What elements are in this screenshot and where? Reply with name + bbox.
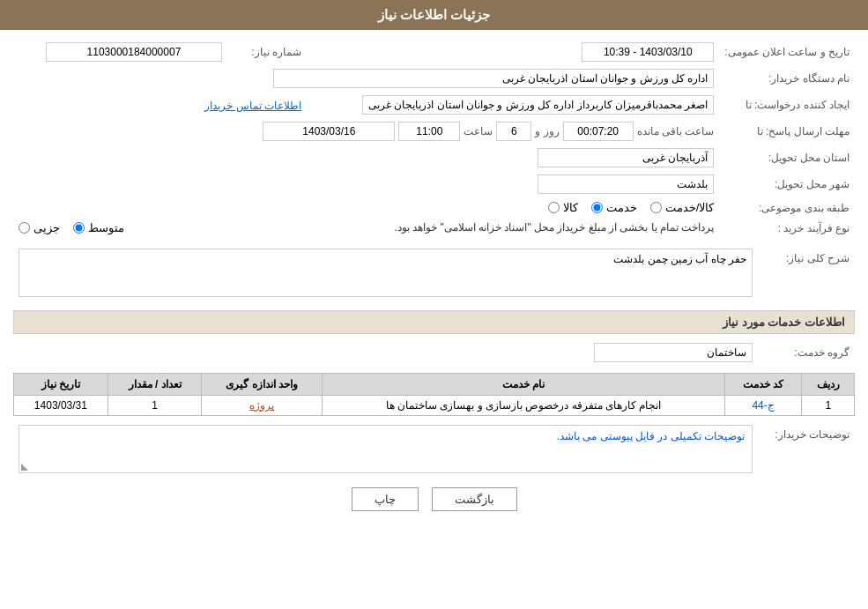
delivery-city-value: بلدشت [538,175,714,194]
service-group-value: ساختمان [594,343,753,362]
creator-label: ایجاد کننده درخواست: تا [719,92,855,118]
service-group-table: گروه خدمت: ساختمان [13,339,855,366]
need-description-label: شرح کلی نیاز: [758,245,855,303]
purchase-type-note: پرداخت تمام یا بخشی از مبلغ خریداز محل "… [133,221,714,234]
need-description-table: شرح کلی نیاز: <span data-bind="fields.ne… [13,245,855,303]
response-deadline-label: مهلت ارسال پاسخ: تا [719,118,855,145]
buyer-org-value: اداره کل ورزش و جوانان استان اذربایجان غ… [273,69,714,88]
category-label: طبقه بندی موضوعی: [719,197,855,218]
purchase-type-small[interactable]: جزیی [19,221,60,234]
category-kala-khadamat[interactable]: کالا/خدمت [650,201,715,214]
row-number: 1 [802,396,855,416]
category-kala[interactable]: کالا [548,201,578,214]
content-area: تاریخ و ساعت اعلان عمومی: 1403/03/10 - 1… [0,30,868,529]
col-name: نام خدمت [323,374,725,396]
delivery-province-label: استان محل تحویل: [719,145,855,171]
announce-date-label: تاریخ و ساعت اعلان عمومی: [719,39,855,65]
need-number-label: شماره نیاز: [227,39,307,65]
table-row: 1 ج-44 انجام کارهای متفرقه درخصوص بازساز… [14,396,855,416]
page-title-text: جزئیات اطلاعات نیاز [378,7,490,22]
row-quantity: 1 [108,396,202,416]
delivery-province-value: آذربایجان غربی [538,148,714,167]
page-title: جزئیات اطلاعات نیاز [0,0,868,30]
need-description-textarea[interactable]: <span data-bind="fields.need_description… [19,249,753,297]
info-table: تاریخ و ساعت اعلان عمومی: 1403/03/10 - 1… [13,39,855,238]
creator-value: اصغر محمدباقرمیزان کاربرداز اداره کل ورز… [362,95,714,115]
days-label: روز و [535,125,559,137]
row-name: انجام کارهای متفرقه درخصوص بازسازی و بهس… [323,396,725,416]
services-table: ردیف کد خدمت نام خدمت واحد اندازه گیری ت… [13,373,855,416]
category-khadamat[interactable]: خدمت [591,201,637,214]
row-code: ج-44 [724,396,802,416]
buyer-notes-label: توضیحات خریدار: [758,421,855,477]
remaining-label: ساعت باقی مانده [637,125,715,137]
row-unit: پروژه [202,396,323,416]
back-button[interactable]: بازگشت [432,487,517,511]
response-date: 1403/03/16 [263,122,395,141]
print-button[interactable]: چاپ [352,487,419,511]
services-section-header: اطلاعات خدمات مورد نیاز [13,310,855,334]
page-wrapper: جزئیات اطلاعات نیاز تاریخ و ساعت اعلان ع… [0,0,868,609]
purchase-type-label: نوع فرآیند خرید : [719,218,855,238]
time-value: 11:00 [398,122,460,141]
category-radio-group: کالا/خدمت خدمت کالا [19,201,714,214]
buyer-notes-content: توضیحات تکمیلی در فایل پیوستی می باشد. [19,425,753,473]
col-quantity: تعداد / مقدار [108,374,202,396]
col-unit: واحد اندازه گیری [202,374,323,396]
contact-link[interactable]: اطلاعات تماس خریدار [204,100,301,112]
buyer-notes-table: توضیحات خریدار: توضیحات تکمیلی در فایل پ… [13,421,855,477]
time-label: ساعت [464,125,493,137]
purchase-type-medium[interactable]: متوسط [73,221,124,234]
need-number-value: 1103000184000007 [46,42,222,62]
col-code: کد خدمت [724,374,802,396]
buttons-row: بازگشت چاپ [13,487,855,511]
buyer-org-label: نام دستگاه خریدار: [719,65,855,92]
remaining-value: 00:07:20 [563,122,634,141]
days-value: 6 [496,122,531,141]
announce-date-value: 1403/03/10 - 10:39 [582,42,714,62]
col-row: ردیف [802,374,855,396]
row-date: 1403/03/31 [14,396,108,416]
col-date: تاریخ نیاز [14,374,108,396]
delivery-city-label: شهر محل تحویل: [719,171,855,197]
service-group-label: گروه خدمت: [758,339,855,366]
